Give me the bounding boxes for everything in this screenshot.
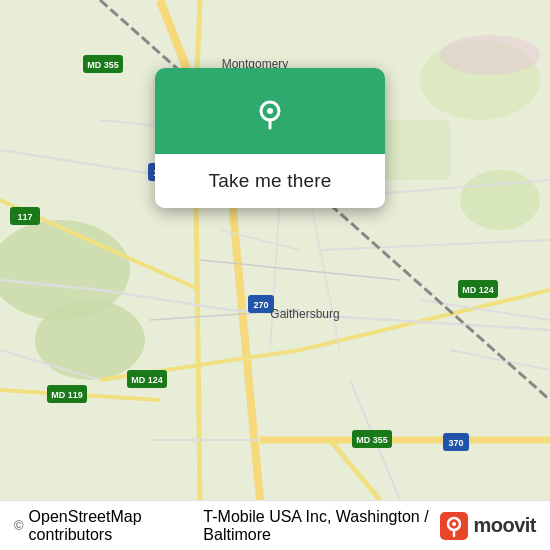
svg-text:MD 355: MD 355 [87,60,119,70]
moovit-text: moovit [473,514,536,537]
footer-attribution: OpenStreetMap contributors [29,508,189,544]
moovit-logo: moovit [440,512,536,540]
take-me-there-button[interactable]: Take me there [209,170,332,192]
copyright-icon: © [14,518,24,533]
svg-text:270: 270 [253,300,268,310]
footer-left: © OpenStreetMap contributors T-Mobile US… [14,508,440,544]
svg-point-61 [267,108,273,114]
svg-text:MD 124: MD 124 [131,375,163,385]
svg-point-4 [460,170,540,230]
map-container: 270 270 370 MD 355 MD 124 MD 124 MD 119 … [0,0,550,500]
svg-text:370: 370 [448,438,463,448]
svg-text:MD 119: MD 119 [51,390,83,400]
location-pin-icon [247,90,293,136]
popup-bottom[interactable]: Take me there [155,154,385,208]
moovit-pin-icon [440,512,468,540]
svg-point-2 [35,300,145,380]
popup-top [155,68,385,154]
svg-point-6 [440,35,540,75]
svg-text:MD 355: MD 355 [356,435,388,445]
footer-business: T-Mobile USA Inc, Washington / Baltimore [203,508,440,544]
svg-text:117: 117 [17,212,32,222]
svg-text:Gaithersburg: Gaithersburg [270,307,339,321]
svg-text:MD 124: MD 124 [462,285,494,295]
svg-point-65 [452,522,456,526]
footer: © OpenStreetMap contributors T-Mobile US… [0,500,550,550]
business-name: T-Mobile USA Inc [203,508,327,525]
popup-card: Take me there [155,68,385,208]
